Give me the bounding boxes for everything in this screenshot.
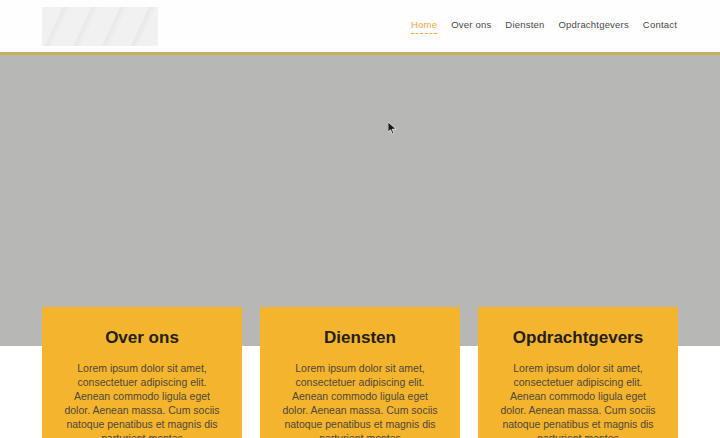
card-title: Diensten — [275, 328, 445, 348]
webpage: { "header": { "nav": { "items": [ { "lab… — [0, 0, 720, 438]
card-opdrachtgevers: Opdrachtgevers Lorem ipsum dolor sit ame… — [478, 307, 678, 438]
site-header: Home Over ons Diensten Opdrachtgevers Co… — [0, 0, 720, 55]
main-navigation: Home Over ons Diensten Opdrachtgevers Co… — [397, 0, 677, 52]
nav-item-home[interactable]: Home — [411, 19, 437, 34]
nav-item-contact[interactable]: Contact — [643, 19, 677, 34]
nav-item-over-ons[interactable]: Over ons — [451, 19, 491, 34]
card-body-text: Lorem ipsum dolor sit amet, consectetuer… — [275, 361, 445, 438]
logo-placeholder-image[interactable] — [42, 7, 158, 46]
nav-item-diensten[interactable]: Diensten — [505, 19, 544, 34]
card-diensten: Diensten Lorem ipsum dolor sit amet, con… — [260, 307, 460, 438]
card-body-text: Lorem ipsum dolor sit amet, consectetuer… — [57, 361, 227, 438]
card-title: Opdrachtgevers — [493, 328, 663, 348]
card-title: Over ons — [57, 328, 227, 348]
card-over-ons: Over ons Lorem ipsum dolor sit amet, con… — [42, 307, 242, 438]
hero-placeholder-image — [0, 55, 720, 346]
feature-cards-row: Over ons Lorem ipsum dolor sit amet, con… — [0, 307, 720, 438]
nav-item-opdrachtgevers[interactable]: Opdrachtgevers — [558, 19, 628, 34]
card-body-text: Lorem ipsum dolor sit amet, consectetuer… — [493, 361, 663, 438]
